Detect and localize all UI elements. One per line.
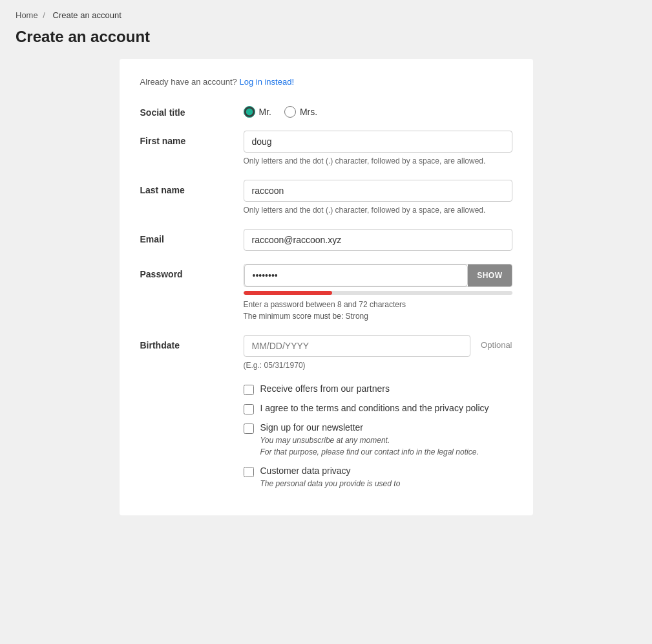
birthdate-label: Birthdate — [140, 335, 244, 350]
social-title-row: Social title Mr. Mrs. — [140, 102, 512, 118]
newsletter-label-text: Sign up for our newsletter — [260, 422, 364, 433]
first-name-input[interactable] — [244, 131, 512, 153]
breadcrumb-home[interactable]: Home — [16, 10, 38, 20]
social-title-radio-group: Mr. Mrs. — [244, 102, 512, 118]
email-input[interactable] — [244, 229, 512, 251]
strength-message-2: The minimum score must be: Strong — [244, 310, 512, 322]
strength-bar-container — [244, 291, 512, 295]
last-name-row: Last name Only letters and the dot (.) c… — [140, 180, 512, 216]
birthdate-row: Birthdate (E.g.: 05/31/1970) Optional — [140, 335, 512, 371]
birthdate-input-wrapper — [244, 335, 471, 357]
newsletter-checkbox-item: Sign up for our newsletter You may unsub… — [244, 422, 512, 458]
radio-mr-label: Mr. — [259, 107, 271, 117]
terms-checkbox[interactable] — [244, 404, 254, 414]
strength-messages: Enter a password between 8 and 72 charac… — [244, 299, 512, 322]
newsletter-checkbox-label: Sign up for our newsletter You may unsub… — [260, 422, 479, 458]
privacy-checkbox-label: Customer data privacy The personal data … — [260, 466, 401, 489]
password-label: Password — [140, 264, 244, 279]
radio-mrs-label: Mrs. — [300, 107, 317, 117]
radio-mrs-input[interactable] — [284, 106, 296, 118]
radio-mrs-option[interactable]: Mrs. — [284, 106, 317, 118]
breadcrumb-current: Create an account — [53, 10, 121, 20]
password-input[interactable] — [244, 264, 468, 286]
page-title: Create an account — [16, 28, 636, 46]
birthdate-content: (E.g.: 05/31/1970) Optional — [244, 335, 512, 371]
login-prompt: Already have an account? Log in instead! — [140, 77, 512, 87]
breadcrumb-separator: / — [43, 10, 45, 20]
offers-checkbox-label: Receive offers from our partners — [260, 383, 390, 394]
email-field — [244, 229, 512, 251]
social-title-field: Mr. Mrs. — [244, 102, 512, 118]
offers-checkbox-item: Receive offers from our partners — [244, 383, 512, 395]
offers-checkbox[interactable] — [244, 385, 254, 395]
password-wrapper: SHOW — [244, 264, 512, 287]
newsletter-checkbox[interactable] — [244, 424, 254, 434]
last-name-input[interactable] — [244, 180, 512, 202]
offers-label-text: Receive offers from our partners — [260, 383, 390, 394]
breadcrumb: Home / Create an account — [16, 10, 636, 20]
privacy-label-text: Customer data privacy — [260, 466, 351, 476]
privacy-sub-text: The personal data you provide is used to — [260, 478, 401, 489]
birthdate-hint: (E.g.: 05/31/1970) — [244, 360, 471, 371]
social-title-label: Social title — [140, 102, 244, 118]
first-name-field: Only letters and the dot (.) character, … — [244, 131, 512, 167]
password-field: SHOW Enter a password between 8 and 72 c… — [244, 264, 512, 322]
radio-mr-option[interactable]: Mr. — [244, 106, 271, 118]
form-card: Already have an account? Log in instead!… — [120, 59, 533, 515]
checkbox-section: Receive offers from our partners I agree… — [244, 383, 512, 489]
strength-bar-fill — [244, 291, 332, 295]
password-row: Password SHOW Enter a password between 8… — [140, 264, 512, 322]
birthdate-field-area: (E.g.: 05/31/1970) — [244, 335, 471, 371]
strength-message-1: Enter a password between 8 and 72 charac… — [244, 299, 512, 310]
login-link[interactable]: Log in instead! — [239, 77, 294, 87]
first-name-label: First name — [140, 131, 244, 146]
show-password-button[interactable]: SHOW — [468, 264, 511, 286]
email-row: Email — [140, 229, 512, 251]
last-name-hint: Only letters and the dot (.) character, … — [244, 205, 512, 216]
terms-checkbox-label: I agree to the terms and conditions and … — [260, 403, 489, 413]
newsletter-sub-text: You may unsubscribe at any moment. For t… — [260, 435, 479, 458]
email-label: Email — [140, 229, 244, 244]
first-name-row: First name Only letters and the dot (.) … — [140, 131, 512, 167]
terms-checkbox-item: I agree to the terms and conditions and … — [244, 403, 512, 414]
privacy-checkbox-item: Customer data privacy The personal data … — [244, 466, 512, 489]
privacy-checkbox[interactable] — [244, 467, 254, 477]
last-name-label: Last name — [140, 180, 244, 195]
login-prompt-text: Already have an account? — [140, 77, 237, 87]
birthdate-input[interactable] — [244, 335, 471, 357]
last-name-field: Only letters and the dot (.) character, … — [244, 180, 512, 216]
radio-mr-input[interactable] — [244, 106, 255, 118]
first-name-hint: Only letters and the dot (.) character, … — [244, 156, 512, 167]
terms-label-text: I agree to the terms and conditions and … — [260, 403, 489, 413]
optional-label: Optional — [481, 335, 512, 350]
